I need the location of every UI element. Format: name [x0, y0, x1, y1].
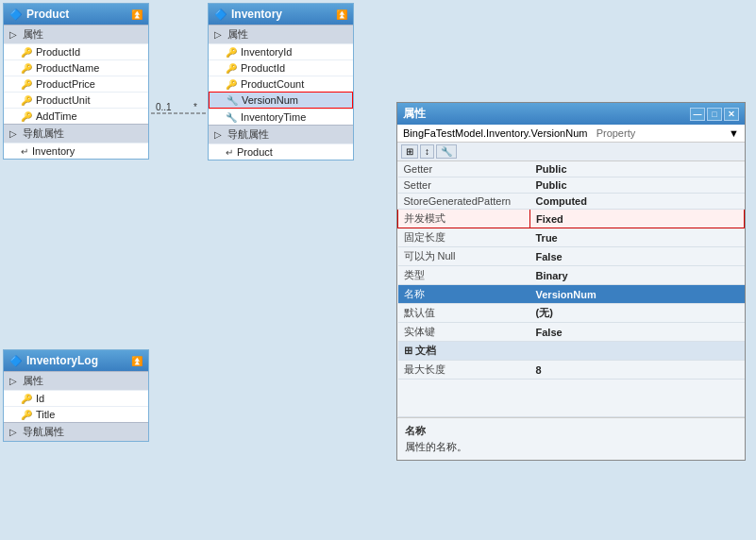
props-table: Getter Public Setter Public StoreGenerat… [397, 161, 745, 417]
product-nav-label: 导航属性 [23, 127, 64, 141]
props-label-entitykey: 实体键 [398, 323, 530, 342]
props-row-default[interactable]: 默认值 (无) [398, 304, 745, 323]
inventory-nav-section: ▷ 导航属性 [209, 125, 353, 143]
props-row-nullable[interactable]: 可以为 Null False [398, 247, 745, 266]
props-subtitle-bar: BingFaTestModel.Inventory.VersionNum Pro… [397, 125, 745, 143]
props-row-maxlength[interactable]: 最大长度 8 [398, 361, 745, 380]
inventorylog-collapse-icon[interactable]: ⏫ [131, 356, 143, 366]
props-subtitle-path: BingFaTestModel.Inventory.VersionNum [403, 127, 587, 139]
key-icon-productunit: 🔑 [21, 95, 32, 106]
inventorylog-attr-collapse[interactable]: ▷ [9, 376, 17, 386]
props-row-getter[interactable]: Getter Public [398, 161, 745, 177]
props-row-fixedlength[interactable]: 固定长度 True [398, 228, 745, 247]
product-collapse-icon[interactable]: ⏫ [131, 9, 143, 20]
inventorylog-nav-label: 导航属性 [23, 425, 64, 439]
props-grid-btn[interactable]: ⊞ [401, 144, 418, 159]
props-restore-btn[interactable]: □ [707, 108, 722, 121]
inventorylog-nav-collapse[interactable]: ▷ [9, 427, 17, 437]
props-row-type[interactable]: 类型 Binary [398, 266, 745, 285]
inventory-field-inventorytime: 🔧 InventoryTime [209, 109, 353, 125]
props-value-concurrency: Fixed [530, 210, 745, 228]
props-row-concurrency[interactable]: 并发模式 Fixed [398, 210, 745, 228]
svg-text:*: * [193, 102, 197, 112]
product-entity: 🔷 Product ⏫ ▷ 属性 🔑 ProductId 🔑 ProductNa… [3, 3, 149, 160]
inventorylog-attributes-label: 属性 [23, 374, 43, 388]
key-icon-productprice: 🔑 [21, 79, 32, 90]
props-row-setter[interactable]: Setter Public [398, 177, 745, 194]
inventorylog-nav-section: ▷ 导航属性 [4, 422, 148, 441]
props-label-default: 默认值 [398, 304, 530, 323]
props-label-storegenerated: StoreGeneratedPattern [398, 194, 530, 210]
inventory-header: 🔷 Inventory ⏫ [209, 4, 353, 25]
product-field-addtime: 🔑 AddTime [4, 108, 148, 124]
props-dropdown-arrow[interactable]: ▼ [729, 127, 739, 139]
props-value-getter: Public [530, 161, 745, 177]
props-label-type: 类型 [398, 266, 530, 285]
inventory-nav-product: ↵ Product [209, 143, 353, 160]
inventory-field-inventoryid: 🔑 InventoryId [209, 43, 353, 59]
props-value-setter: Public [530, 177, 745, 194]
inventory-collapse-icon[interactable]: ⏫ [336, 9, 347, 20]
nav-icon-inventory: ↵ [21, 146, 28, 157]
prop-icon-inventorytime: 🔧 [226, 112, 237, 123]
inventory-field-productcount: 🔑 ProductCount [209, 76, 353, 92]
inventorylog-header: 🔷 InventoryLog ⏫ [4, 350, 148, 371]
prop-icon-versionnum: 🔧 [227, 95, 238, 106]
product-field-productunit: 🔑 ProductUnit [4, 92, 148, 108]
props-footer-title: 名称 [405, 424, 737, 438]
inventory-entity: 🔷 Inventory ⏫ ▷ 属性 🔑 InventoryId 🔑 Produ… [208, 3, 354, 160]
props-row-spacer [398, 380, 745, 417]
svg-text:0..1: 0..1 [156, 102, 172, 112]
props-section-doc[interactable]: ⊞ 文档 [398, 342, 745, 361]
key-icon-inv-productid: 🔑 [226, 63, 237, 74]
key-icon-productcount: 🔑 [226, 79, 237, 90]
props-footer-desc: 属性的名称。 [405, 440, 737, 454]
product-field-productname: 🔑 ProductName [4, 59, 148, 76]
inventory-title: Inventory [231, 8, 282, 21]
product-nav-section: ▷ 导航属性 [4, 124, 148, 143]
props-label-nullable: 可以为 Null [398, 247, 530, 266]
props-toolbar: ⊞ ↕ 🔧 [397, 143, 745, 161]
props-title-bar: 属性 — □ ✕ [397, 103, 745, 125]
props-value-name: VersionNum [530, 285, 745, 304]
inventory-field-versionnum[interactable]: 🔧 VersionNum [209, 92, 353, 109]
key-icon-productid: 🔑 [21, 47, 32, 58]
props-subtitle-type: Property [596, 127, 636, 139]
props-row-entitykey[interactable]: 实体键 False [398, 323, 745, 342]
inventorylog-field-id: 🔑 Id [4, 390, 148, 406]
inventory-nav-collapse[interactable]: ▷ [214, 129, 222, 140]
key-icon-title: 🔑 [21, 410, 32, 420]
product-attributes-section: ▷ 属性 [4, 25, 148, 43]
product-attributes-label: 属性 [23, 27, 43, 42]
props-value-nullable: False [530, 247, 745, 266]
key-icon-inventoryid: 🔑 [226, 47, 237, 58]
product-field-productid: 🔑 ProductId [4, 43, 148, 59]
props-row-name[interactable]: 名称 VersionNum [398, 285, 745, 304]
product-attr-collapse[interactable]: ▷ [9, 29, 17, 40]
product-header-icon: 🔷 [9, 8, 23, 21]
inventorylog-field-title: 🔑 Title [4, 406, 148, 422]
props-footer: 名称 属性的名称。 [397, 417, 745, 460]
inventory-field-productid: 🔑 ProductId [209, 59, 353, 76]
props-row-storegenerated[interactable]: StoreGeneratedPattern Computed [398, 194, 745, 210]
inventory-attr-collapse[interactable]: ▷ [214, 29, 222, 40]
props-title: 属性 [403, 106, 426, 122]
key-icon-id: 🔑 [21, 394, 32, 404]
inventory-attributes-section: ▷ 属性 [209, 25, 353, 43]
props-label-name: 名称 [398, 285, 530, 304]
props-close-btn[interactable]: ✕ [724, 108, 739, 121]
product-nav-inventory: ↵ Inventory [4, 143, 148, 159]
inventory-nav-label: 导航属性 [227, 127, 269, 142]
props-sort-btn[interactable]: ↕ [420, 144, 434, 159]
props-value-storegenerated: Computed [530, 194, 745, 210]
props-minimize-btn[interactable]: — [690, 108, 705, 121]
inventorylog-header-icon: 🔷 [9, 355, 23, 367]
product-field-productprice: 🔑 ProductPrice [4, 76, 148, 92]
props-label-concurrency: 并发模式 [398, 210, 530, 228]
key-icon-addtime: 🔑 [21, 111, 32, 122]
props-label-setter: Setter [398, 177, 530, 194]
props-wrench-btn[interactable]: 🔧 [436, 144, 457, 159]
product-nav-collapse[interactable]: ▷ [9, 128, 17, 139]
props-value-type: Binary [530, 266, 745, 285]
props-value-default: (无) [530, 304, 745, 323]
